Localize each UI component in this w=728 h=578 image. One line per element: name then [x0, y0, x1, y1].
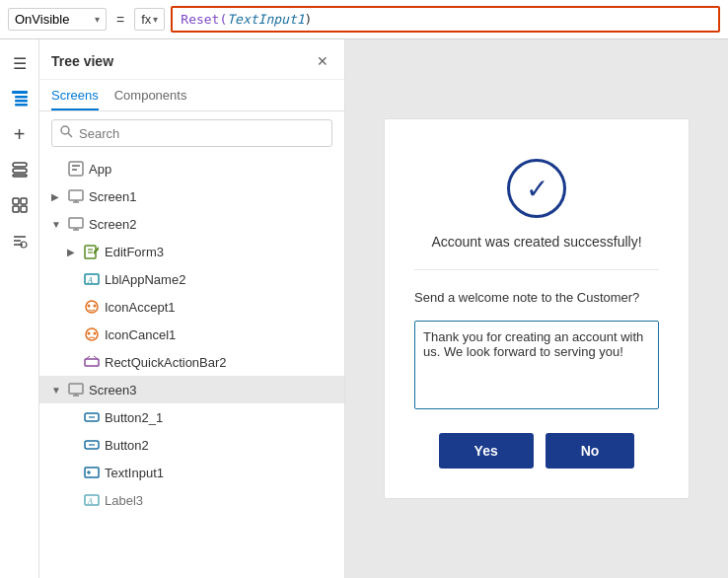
dropdown-chevron-icon: ▾ — [95, 14, 100, 25]
textinput1-label: TextInput1 — [105, 466, 336, 480]
svg-rect-23 — [69, 218, 83, 228]
search-icon — [60, 125, 73, 141]
tree-item-iconaccept1[interactable]: IconAccept1 — [39, 293, 344, 321]
hamburger-menu-icon[interactable]: ☰ — [4, 47, 36, 79]
main-layout: ☰ + Tree view ✕ Screens Components — [0, 39, 728, 578]
editform3-icon — [83, 243, 101, 260]
tree-item-screen3[interactable]: ▼ Screen3 ··· — [39, 376, 344, 403]
card-divider — [414, 269, 659, 270]
rectquickactionbar2-expand — [67, 357, 79, 368]
svg-rect-20 — [69, 190, 83, 200]
tree-item-button2[interactable]: Button2 — [39, 431, 344, 459]
iconcancel1-icon — [83, 325, 101, 343]
tree-panel-title: Tree view — [51, 53, 113, 69]
rectquickactionbar2-icon — [83, 353, 101, 371]
preview-area: ✓ Account was created successfully! Send… — [345, 39, 728, 578]
tree-item-lblappname2[interactable]: A LblAppName2 — [39, 265, 344, 293]
app-label: App — [89, 162, 336, 177]
button2-icon — [83, 436, 101, 454]
screen1-label: Screen1 — [89, 189, 336, 204]
iconcancel1-expand — [67, 329, 79, 340]
tree-item-editform3[interactable]: ▶ EditForm3 — [39, 238, 344, 265]
tab-components[interactable]: Components — [114, 88, 187, 110]
tree-item-button2_1[interactable]: Button2_1 — [39, 403, 344, 431]
lblappname2-label: LblAppName2 — [105, 272, 336, 287]
formula-close: ) — [305, 12, 313, 27]
tree-item-label3[interactable]: A Label3 — [39, 486, 344, 514]
label3-label: Label3 — [105, 493, 336, 508]
tree-search-box — [51, 119, 332, 147]
action-buttons: Yes No — [414, 433, 659, 469]
button2_1-icon — [83, 408, 101, 426]
svg-point-35 — [88, 332, 91, 335]
screen2-expand: ▼ — [51, 219, 63, 230]
svg-rect-37 — [85, 359, 99, 366]
svg-rect-9 — [13, 206, 19, 212]
svg-point-36 — [94, 332, 97, 335]
svg-rect-8 — [21, 198, 27, 204]
formula-text: Reset(TextInput1) — [181, 12, 312, 27]
tree-view-icon[interactable] — [4, 83, 36, 114]
tree-panel: Tree view ✕ Screens Components App — [39, 39, 345, 578]
property-dropdown-value: OnVisible — [15, 12, 69, 27]
textinput1-icon — [83, 464, 101, 481]
screen2-label: Screen2 — [89, 217, 336, 232]
preview-card: ✓ Account was created successfully! Send… — [384, 118, 690, 499]
tree-header: Tree view ✕ — [39, 39, 344, 80]
svg-rect-18 — [72, 165, 80, 167]
svg-rect-0 — [12, 91, 28, 94]
success-message: Account was created successfully! — [431, 234, 641, 250]
variables-icon[interactable] — [4, 225, 36, 256]
svg-point-34 — [86, 328, 98, 340]
svg-rect-19 — [72, 169, 77, 171]
tree-item-iconcancel1[interactable]: IconCancel1 — [39, 321, 344, 348]
screen3-expand: ▼ — [51, 385, 63, 396]
fx-button[interactable]: fx ▾ — [134, 8, 165, 31]
tree-item-screen1[interactable]: ▶ Screen1 — [39, 182, 344, 210]
svg-rect-1 — [15, 96, 28, 99]
button2_1-label: Button2_1 — [105, 410, 336, 425]
svg-point-33 — [94, 305, 97, 308]
iconaccept1-expand — [67, 302, 79, 313]
formula-input[interactable]: Reset(TextInput1) — [171, 6, 720, 33]
tree-close-button[interactable]: ✕ — [313, 51, 332, 71]
tab-screens[interactable]: Screens — [51, 88, 99, 110]
tree-item-rectquickactionbar2[interactable]: RectQuickActionBar2 — [39, 348, 344, 376]
screen3-label: Screen3 — [89, 383, 312, 397]
iconaccept1-label: IconAccept1 — [105, 300, 336, 315]
tree-item-app[interactable]: App — [39, 155, 344, 182]
components-icon[interactable] — [4, 189, 36, 221]
fx-label: fx — [141, 12, 151, 27]
svg-text:A: A — [87, 276, 93, 285]
svg-rect-4 — [13, 163, 27, 167]
check-symbol: ✓ — [526, 173, 548, 205]
tree-items-list: App ▶ Screen1 ▼ Screen2 ▶ — [39, 155, 344, 578]
screen1-icon — [67, 187, 85, 205]
welcome-textarea[interactable]: Thank you for creating an account with u… — [414, 321, 659, 409]
tree-item-textinput1[interactable]: TextInput1 — [39, 459, 344, 486]
rectquickactionbar2-label: RectQuickActionBar2 — [105, 355, 336, 370]
tree-item-screen2[interactable]: ▼ Screen2 — [39, 210, 344, 238]
button2_1-expand — [67, 412, 79, 423]
search-input[interactable] — [79, 126, 324, 141]
add-icon[interactable]: + — [4, 118, 36, 150]
data-icon[interactable] — [4, 154, 36, 185]
svg-text:A: A — [87, 497, 93, 506]
no-button[interactable]: No — [546, 433, 635, 469]
formula-bar: OnVisible ▾ = fx ▾ Reset(TextInput1) — [0, 0, 728, 39]
svg-rect-5 — [13, 169, 27, 173]
editform3-expand: ▶ — [67, 247, 79, 257]
app-icon — [67, 160, 85, 178]
lblappname2-icon: A — [83, 270, 101, 288]
lblappname2-expand — [67, 274, 79, 285]
svg-line-16 — [68, 133, 72, 137]
label3-icon: A — [83, 491, 101, 509]
svg-point-15 — [61, 126, 69, 134]
yes-button[interactable]: Yes — [439, 433, 534, 469]
iconaccept1-icon — [83, 298, 101, 316]
property-dropdown[interactable]: OnVisible ▾ — [8, 8, 107, 31]
button2-expand — [67, 440, 79, 451]
button2-label: Button2 — [105, 438, 336, 453]
textinput1-expand — [67, 468, 79, 478]
editform3-label: EditForm3 — [105, 245, 336, 259]
